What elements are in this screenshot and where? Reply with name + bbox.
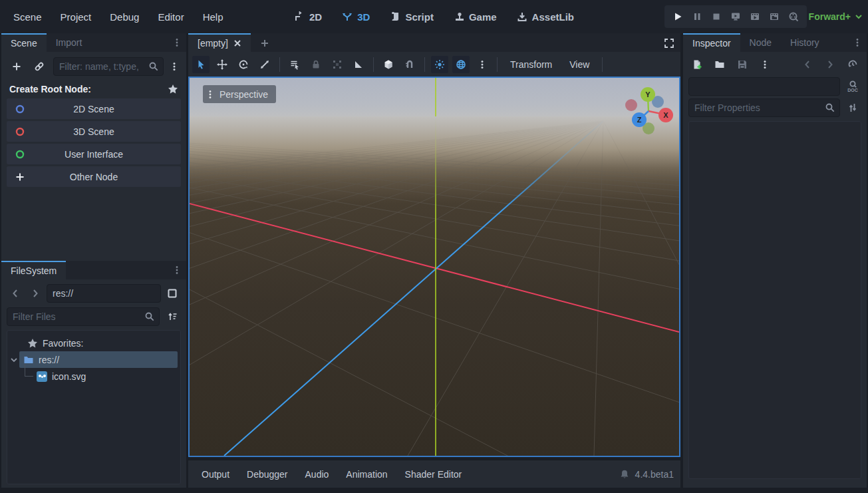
menu-editor[interactable]: Editor [148,7,193,27]
pause-button[interactable] [692,11,702,22]
add-node-button[interactable] [8,58,25,75]
filter-tools-icon [847,102,858,113]
tree-item-res-root[interactable]: res:// [19,351,178,368]
filesystem-path-input[interactable] [47,284,161,303]
toggle-split-mode-button[interactable] [164,285,181,302]
menu-help[interactable]: Help [194,7,233,27]
bottom-tab-output[interactable]: Output [195,466,236,483]
transform-menu[interactable]: Transform [504,59,559,70]
ruler-mode-button[interactable] [350,56,367,73]
script-icon [390,11,400,22]
file-sort-button[interactable] [164,308,181,325]
bottom-tab-shader-editor[interactable]: Shader Editor [398,466,469,483]
notification-bell-icon[interactable] [619,469,630,480]
collapse-arrow-icon[interactable] [10,356,18,364]
renderer-selector[interactable]: Forward+ [809,0,863,33]
bottom-tab-animation[interactable]: Animation [339,466,394,483]
play-scene-button[interactable] [750,11,760,22]
viewport-3d[interactable]: Y X Z Perspective [188,77,680,457]
move-tool-button[interactable] [214,56,231,73]
movie-maker-button[interactable] [788,11,799,22]
remote-debug-button[interactable] [730,11,741,22]
load-resource-button[interactable] [711,56,728,73]
version-label: 4.4.beta1 [635,469,674,480]
resource-extra-menu-button[interactable] [756,56,774,73]
3d-icon [342,11,353,22]
svg-text:Z: Z [637,116,642,124]
workspace-script[interactable]: Script [390,11,434,23]
chevron-down-icon [855,13,863,21]
workspace-game[interactable]: Game [454,11,497,23]
new-resource-button[interactable] [688,56,706,73]
history-back-button[interactable] [7,285,24,302]
tab-inspector[interactable]: Inspector [683,33,740,52]
expand-viewport-button[interactable] [660,35,678,52]
history-forward-button[interactable] [27,285,44,302]
save-resource-button[interactable] [734,56,751,73]
dock-menu-icon[interactable] [172,37,182,48]
inspector-filter-input[interactable] [688,98,840,117]
sort-files-icon [167,311,178,322]
play-button[interactable] [672,11,683,22]
scene-filter-input[interactable] [53,57,164,76]
lock-selected-button[interactable] [307,56,325,73]
magnet-icon [404,59,415,70]
open-docs-button[interactable]: DOC [844,78,861,95]
svg-text:DOC: DOC [847,88,858,92]
edit-forward-button[interactable] [821,56,839,73]
tree-item-icon-svg[interactable]: icon.svg [19,368,178,385]
bottom-tab-debugger[interactable]: Debugger [240,466,295,483]
create-other-node-button[interactable]: Other Node [7,166,181,187]
menu-debug[interactable]: Debug [100,7,148,27]
scale-tool-button[interactable] [256,56,273,73]
scene-tree-menu-icon[interactable] [169,61,180,72]
tab-history[interactable]: History [781,33,829,52]
star-icon [27,338,38,349]
close-icon[interactable] [233,39,241,47]
rotate-tool-button[interactable] [235,56,252,73]
edit-back-button[interactable] [799,56,816,73]
assetlib-icon [517,11,527,22]
inspector-dock-tabs: Inspector Node History [683,33,867,52]
scene-tab-empty[interactable]: [empty] [188,33,251,52]
search-icon [148,61,159,72]
instance-scene-button[interactable] [31,58,48,75]
file-tree[interactable]: Favorites: res:// icon.svg [7,330,181,484]
group-selected-button[interactable] [329,56,346,73]
view-menu[interactable]: View [563,59,596,70]
workspace-3d[interactable]: 3D [342,11,370,23]
ruler-icon [353,59,364,70]
preview-sun-button[interactable] [431,56,448,73]
create-ui-scene-button[interactable]: User Interface [7,144,181,164]
play-custom-scene-button[interactable] [769,11,780,22]
bottom-tab-audio[interactable]: Audio [299,466,336,483]
new-scene-tab-button[interactable] [256,35,273,52]
select-tool-button[interactable] [192,56,210,73]
stop-button[interactable] [711,11,722,22]
list-select-button[interactable] [286,56,303,73]
favorites-star-icon[interactable] [168,84,178,94]
local-space-button[interactable] [380,56,397,73]
dock-menu-icon[interactable] [852,37,863,48]
create-3d-scene-button[interactable]: 3D Scene [7,121,181,142]
dock-menu-icon[interactable] [172,265,182,275]
workspace-assetlib[interactable]: AssetLib [517,11,574,23]
tab-filesystem[interactable]: FileSystem [1,261,66,279]
perspective-menu[interactable]: Perspective [203,85,276,103]
create-2d-scene-button[interactable]: 2D Scene [7,98,181,119]
property-tools-button[interactable] [844,99,861,116]
tab-scene[interactable]: Scene [1,33,47,52]
snap-mode-button[interactable] [401,56,418,73]
edit-history-button[interactable] [844,56,861,73]
workspace-2d[interactable]: 2D [294,11,322,23]
tab-node[interactable]: Node [740,33,781,52]
node3d-icon [15,126,25,137]
tab-import[interactable]: Import [47,33,92,52]
preview-environment-button[interactable] [452,56,470,73]
menu-scene[interactable]: Scene [4,7,51,27]
search-icon [825,102,835,113]
filesystem-filter-input[interactable] [7,307,160,326]
menu-project[interactable]: Project [51,7,101,27]
sun-environ-menu-button[interactable] [474,56,491,73]
plus-icon [259,38,270,49]
